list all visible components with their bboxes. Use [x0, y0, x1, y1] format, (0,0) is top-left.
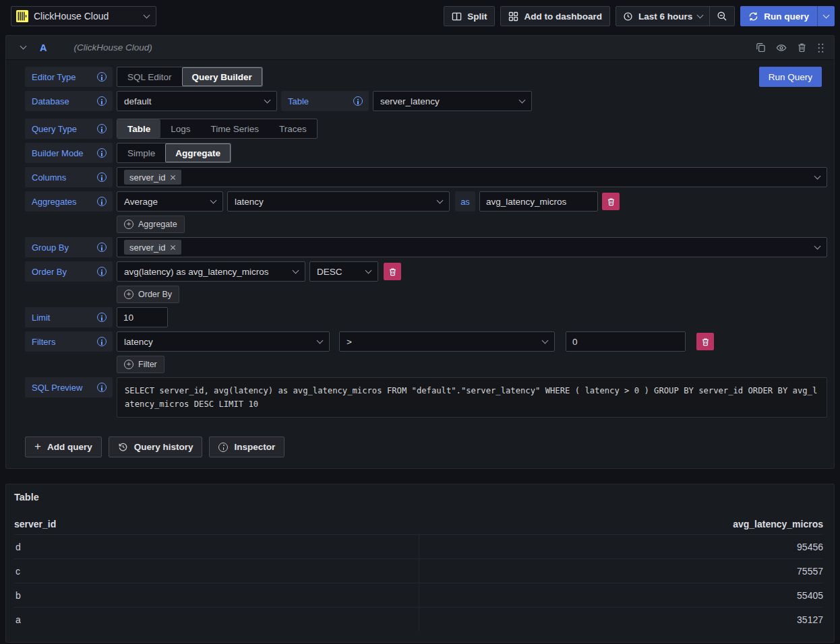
search-minus-icon [717, 11, 727, 22]
add-query-button[interactable]: Add query [25, 437, 102, 457]
limit-input[interactable] [117, 307, 168, 327]
inspector-button[interactable]: Inspector [209, 437, 284, 457]
selected-group-by-chip: server_id [124, 240, 181, 255]
query-history-button[interactable]: Query history [109, 437, 203, 457]
filter-operator-select[interactable]: > [339, 331, 555, 352]
order-by-field-select[interactable]: avg(latency) as avg_latency_micros [117, 261, 305, 282]
info-icon[interactable] [97, 243, 107, 252]
chevron-down-icon [365, 267, 372, 273]
split-button[interactable]: Split [444, 6, 495, 26]
info-icon[interactable] [97, 172, 107, 182]
columns-multiselect[interactable]: server_id [117, 167, 827, 187]
info-icon[interactable] [97, 96, 107, 106]
info-icon[interactable] [97, 313, 107, 322]
builder-mode-option-simple[interactable]: Simple [117, 143, 165, 162]
add-to-dashboard-button[interactable]: Add to dashboard [500, 6, 610, 26]
column-header-avg-latency[interactable]: avg_latency_micros [419, 519, 823, 529]
cell-avg-latency: 55405 [419, 583, 823, 607]
add-order-by-button[interactable]: Order By [117, 286, 179, 303]
drag-handle[interactable] [817, 42, 824, 53]
trash-icon [701, 337, 710, 346]
table-row: b 55405 [14, 583, 823, 607]
query-ref-id: A [40, 42, 47, 53]
table-row: d 95456 [14, 534, 823, 558]
query-type-label: Query Type [25, 119, 113, 139]
editor-type-option-query-builder[interactable]: Query Builder [182, 67, 262, 86]
aggregate-alias-input[interactable] [479, 191, 598, 212]
database-select[interactable]: default [117, 91, 277, 111]
results-panel: Table server_id avg_latency_micros d 954… [5, 484, 835, 643]
builder-mode-label: Builder Mode [25, 143, 113, 163]
panel-run-query-button[interactable]: Run Query [759, 67, 822, 87]
column-header-server-id[interactable]: server_id [14, 519, 419, 529]
cell-server-id: d [14, 542, 419, 552]
order-by-direction-select[interactable]: DESC [309, 261, 378, 282]
query-builder-body: Editor Type SQL Editor Query Builder Dat… [6, 60, 834, 468]
toggle-visibility-button[interactable] [776, 42, 787, 53]
cell-avg-latency: 95456 [419, 535, 823, 558]
info-icon[interactable] [97, 337, 107, 346]
filter-field-select[interactable]: latency [117, 331, 330, 352]
remove-group-by-icon[interactable] [170, 245, 176, 251]
cell-server-id: a [14, 614, 419, 625]
query-type-radio-group: Table Logs Time Series Traces [117, 119, 318, 139]
drag-dots-icon [817, 42, 824, 53]
results-panel-title: Table [14, 492, 823, 503]
query-type-option-traces[interactable]: Traces [269, 119, 317, 138]
query-type-option-logs[interactable]: Logs [160, 119, 200, 138]
group-by-multiselect[interactable]: server_id [117, 237, 827, 257]
chevron-down-icon [20, 43, 26, 50]
aggregate-function-select[interactable]: Average [117, 191, 223, 212]
limit-label: Limit [25, 307, 113, 327]
run-query-options-button[interactable] [817, 6, 835, 26]
plus-circle-icon [124, 220, 133, 229]
collapse-query-button[interactable] [16, 46, 30, 49]
filters-label: Filters [25, 331, 113, 352]
chevron-down-icon [519, 96, 526, 103]
aggregate-column-select[interactable]: latency [227, 191, 450, 212]
chevron-down-icon [823, 11, 830, 18]
info-icon[interactable] [97, 267, 107, 276]
zoom-out-button[interactable] [709, 7, 734, 26]
info-icon[interactable] [97, 383, 107, 392]
run-query-label: Run query [764, 11, 809, 22]
info-icon[interactable] [97, 148, 107, 158]
datasource-picker[interactable]: ClickHouse Cloud [11, 6, 156, 26]
add-aggregate-button[interactable]: Aggregate [117, 216, 185, 233]
table-select[interactable]: server_latency [373, 91, 532, 111]
cell-avg-latency: 35127 [419, 608, 823, 631]
run-query-button[interactable]: Run query [740, 6, 817, 26]
split-label: Split [467, 11, 487, 22]
history-icon [118, 442, 128, 452]
query-type-option-time-series[interactable]: Time Series [201, 119, 270, 138]
chevron-down-icon [144, 11, 150, 18]
delete-query-button[interactable] [797, 42, 807, 53]
results-table-header: server_id avg_latency_micros [14, 514, 823, 534]
trash-icon [388, 267, 397, 276]
builder-mode-option-aggregate[interactable]: Aggregate [165, 143, 231, 162]
datasource-hint: (ClickHouse Cloud) [73, 42, 152, 53]
clickhouse-logo-icon [16, 10, 28, 22]
info-icon[interactable] [97, 72, 107, 82]
remove-column-icon[interactable] [170, 174, 176, 181]
filter-value-input[interactable] [566, 331, 686, 352]
remove-aggregate-button[interactable] [602, 193, 620, 210]
remove-order-by-button[interactable] [384, 263, 401, 280]
sql-preview-label: SQL Preview [25, 377, 113, 397]
editor-type-option-sql-editor[interactable]: SQL Editor [117, 67, 182, 86]
duplicate-query-button[interactable] [756, 42, 766, 53]
info-icon[interactable] [97, 197, 107, 206]
builder-mode-radio-group: Simple Aggregate [117, 143, 231, 163]
editor-type-label: Editor Type [25, 67, 113, 87]
info-icon[interactable] [97, 124, 107, 133]
add-filter-button[interactable]: Filter [117, 356, 164, 373]
aggregates-label: Aggregates [25, 191, 113, 212]
query-type-option-table[interactable]: Table [117, 119, 160, 138]
info-icon[interactable] [353, 96, 363, 106]
run-query-split-button: Run query [740, 6, 835, 26]
order-by-label: Order By [25, 261, 113, 282]
table-row: a 35127 [14, 607, 823, 631]
add-to-dashboard-label: Add to dashboard [524, 11, 602, 22]
time-range-picker[interactable]: Last 6 hours [616, 7, 709, 26]
remove-filter-button[interactable] [696, 333, 714, 350]
